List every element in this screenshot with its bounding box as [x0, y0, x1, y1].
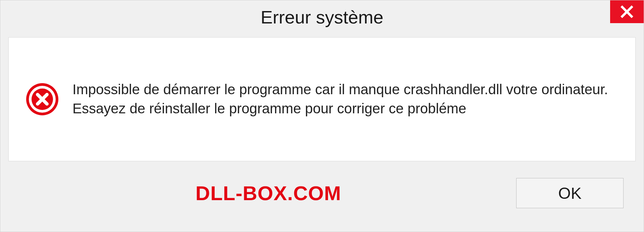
close-icon	[620, 5, 634, 18]
dialog-title: Erreur système	[261, 7, 383, 27]
branding-label: DLL-BOX.COM	[196, 182, 341, 205]
close-button[interactable]	[610, 0, 644, 23]
error-message: Impossible de démarrer le programme car …	[72, 80, 619, 118]
titlebar: Erreur système	[0, 0, 644, 34]
footer: DLL-BOX.COM OK	[0, 168, 644, 208]
ok-button[interactable]: OK	[516, 178, 624, 208]
error-dialog: Erreur système Impossible de démarrer le…	[0, 0, 644, 232]
error-icon	[25, 82, 59, 116]
content-area: Impossible de démarrer le programme car …	[8, 37, 636, 161]
